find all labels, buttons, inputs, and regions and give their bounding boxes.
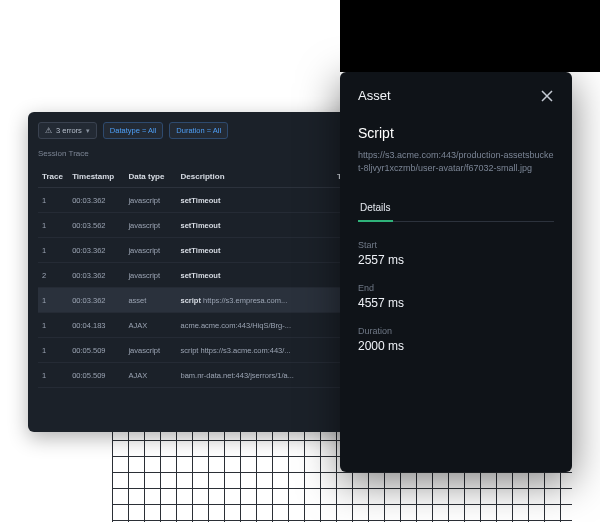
detail-start: Start 2557 ms [358,240,554,267]
cell-trace: 1 [38,213,68,238]
errors-count: 3 errors [56,126,82,135]
asset-url: https://s3.acme.com:443/production-asset… [358,149,554,174]
col-timestamp: Timestamp [68,166,124,188]
duration-filter[interactable]: Duration = All [169,122,228,139]
start-label: Start [358,240,554,250]
datatype-filter-label: Datatype = All [110,126,157,135]
col-trace: Trace [38,166,68,188]
cell-description: setTimeout [177,213,333,238]
cell-trace: 1 [38,363,68,388]
duration-label: Duration [358,326,554,336]
cell-timestamp: 00:04.183 [68,313,124,338]
panel-title: Asset [358,88,391,103]
cell-timestamp: 00:03.362 [68,188,124,213]
duration-filter-label: Duration = All [176,126,221,135]
cell-timestamp: 00:03.362 [68,238,124,263]
asset-detail-panel: Asset Script https://s3.acme.com:443/pro… [340,72,572,472]
chevron-down-icon: ▾ [86,127,90,135]
asset-kind: Script [358,125,554,141]
cell-description: setTimeout [177,238,333,263]
detail-end: End 4557 ms [358,283,554,310]
cell-datatype: asset [124,288,176,313]
tab-details[interactable]: Details [358,196,393,221]
datatype-filter[interactable]: Datatype = All [103,122,164,139]
cell-datatype: javascript [124,213,176,238]
cell-datatype: AJAX [124,313,176,338]
cell-trace: 2 [38,263,68,288]
start-value: 2557 ms [358,253,554,267]
cell-trace: 1 [38,313,68,338]
cell-trace: 1 [38,288,68,313]
cell-trace: 1 [38,238,68,263]
cell-description: bam.nr-data.net:443/jserrors/1/a... [177,363,333,388]
cell-datatype: javascript [124,263,176,288]
cell-datatype: javascript [124,338,176,363]
cell-datatype: javascript [124,238,176,263]
close-icon [541,90,553,102]
cell-datatype: javascript [124,188,176,213]
cell-timestamp: 00:03.362 [68,288,124,313]
errors-filter[interactable]: ⚠ 3 errors ▾ [38,122,97,139]
close-button[interactable] [540,89,554,103]
panel-header: Asset [358,88,554,103]
cell-description: acme.acme.com:443/HiqS/Brg-... [177,313,333,338]
cell-trace: 1 [38,338,68,363]
col-datatype: Data type [124,166,176,188]
cell-timestamp: 00:03.562 [68,213,124,238]
cell-datatype: AJAX [124,363,176,388]
end-label: End [358,283,554,293]
end-value: 4557 ms [358,296,554,310]
cell-description: setTimeout [177,188,333,213]
col-description: Description [177,166,333,188]
cell-timestamp: 00:03.362 [68,263,124,288]
tab-row: Details [358,196,554,222]
cell-description: script https://s3.empresa.com... [177,288,333,313]
cell-description: script https://s3.acme.com:443/... [177,338,333,363]
detail-duration: Duration 2000 ms [358,326,554,353]
cell-timestamp: 00:05.509 [68,363,124,388]
warning-icon: ⚠ [45,126,52,135]
cell-trace: 1 [38,188,68,213]
cell-description: setTimeout [177,263,333,288]
cell-timestamp: 00:05.509 [68,338,124,363]
duration-value: 2000 ms [358,339,554,353]
decorative-block [340,0,600,72]
